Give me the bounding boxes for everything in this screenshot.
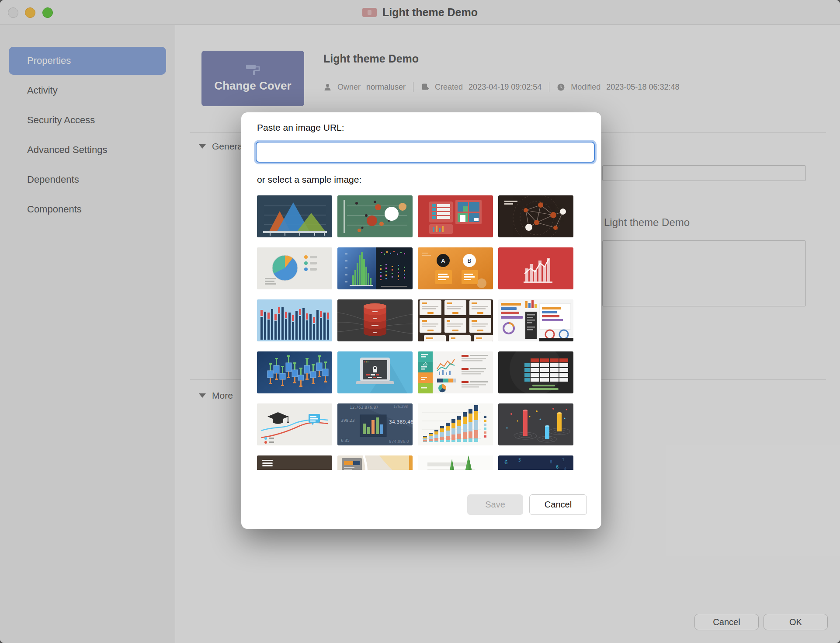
svg-text:4: 4 xyxy=(564,467,566,470)
image-url-input[interactable] xyxy=(256,142,595,163)
sample-image-red-bar-chart[interactable] xyxy=(498,247,573,289)
svg-text:398,23: 398,23 xyxy=(341,418,355,423)
svg-text:6.35: 6.35 xyxy=(341,438,350,443)
change-cover-dialog: Paste an image URL: or select a sample i… xyxy=(241,112,601,529)
sample-image-security-laptop[interactable] xyxy=(337,351,413,393)
sample-image-histogram[interactable] xyxy=(337,247,413,289)
svg-text:1: 1 xyxy=(562,458,565,462)
sample-image-treemap[interactable] xyxy=(418,195,493,237)
sample-image-kanban-cards[interactable] xyxy=(418,299,493,341)
svg-text:B: B xyxy=(468,257,472,264)
sample-image-forest-bars[interactable] xyxy=(418,455,493,470)
sample-image-database[interactable] xyxy=(337,299,413,341)
sample-image-dark-vehicle[interactable] xyxy=(257,455,332,470)
sample-image-numbers-matrix[interactable]: 658164596098 xyxy=(498,455,573,470)
sample-label: or select a sample image: xyxy=(257,174,586,185)
sample-image-map[interactable] xyxy=(337,455,413,470)
sample-image-area-chart[interactable] xyxy=(257,195,332,237)
dialog-save-button[interactable]: Save xyxy=(467,494,523,515)
sample-image-data-table[interactable] xyxy=(498,351,573,393)
sample-image-boxplot[interactable] xyxy=(257,351,332,393)
sample-image-pie-chart[interactable] xyxy=(257,247,332,289)
sample-image-big-numbers[interactable]: 12,763,876.87176,298398,2334,389,468.6.3… xyxy=(337,403,413,445)
svg-text:12,763,876.87: 12,763,876.87 xyxy=(350,405,378,410)
sample-image-bubble-chart[interactable] xyxy=(337,195,413,237)
svg-text:5: 5 xyxy=(518,458,521,462)
sample-image-stacked-growth[interactable] xyxy=(418,403,493,445)
svg-text:176,298: 176,298 xyxy=(393,405,408,409)
dialog-cancel-button[interactable]: Cancel xyxy=(529,494,587,515)
svg-text:8: 8 xyxy=(550,460,552,464)
sample-image-3d-bars[interactable] xyxy=(498,403,573,445)
svg-text:34,389,468.: 34,389,468. xyxy=(389,419,413,425)
sample-image-stacked-columns[interactable] xyxy=(257,299,332,341)
sample-image-network-graph[interactable] xyxy=(498,195,573,237)
svg-text:6: 6 xyxy=(504,459,508,466)
sample-image-grid: AB xyxy=(257,195,573,470)
sample-image-ab-comparison[interactable]: AB xyxy=(418,247,493,289)
sample-image-infographic[interactable] xyxy=(418,351,493,393)
sample-image-education-chart[interactable] xyxy=(257,403,332,445)
url-label: Paste an image URL: xyxy=(257,122,586,133)
svg-text:6: 6 xyxy=(556,465,559,469)
svg-text:874,086.0: 874,086.0 xyxy=(389,439,409,444)
sample-image-report-dashboard[interactable] xyxy=(498,299,573,341)
app-window: Light theme Demo Properties Activity Sec… xyxy=(0,0,840,643)
svg-text:A: A xyxy=(441,257,445,264)
